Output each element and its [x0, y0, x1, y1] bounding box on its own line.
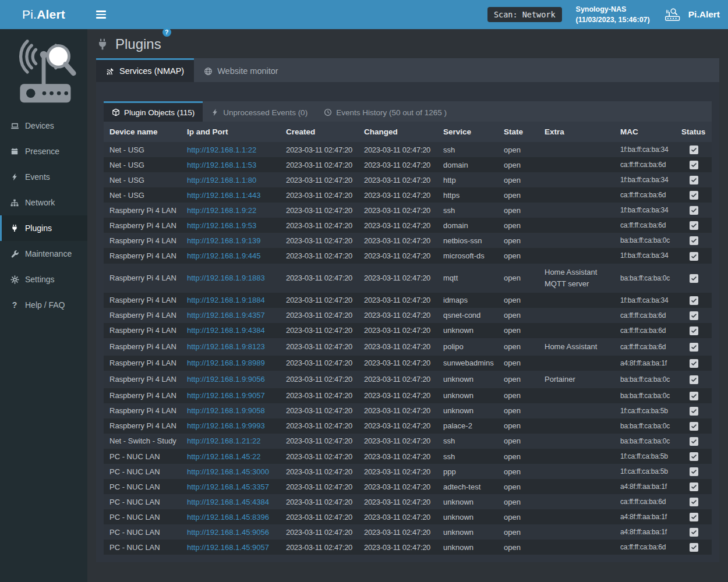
app-menu[interactable]: Pi.Alert [664, 8, 720, 22]
created-cell: 2023-03-11 02:47:20 [280, 233, 358, 248]
sidebar-item-network[interactable]: Network [0, 190, 87, 215]
tab-services-nmap[interactable]: Services (NMAP) [96, 58, 194, 82]
status-cell [676, 449, 712, 464]
extra-cell [539, 218, 614, 233]
column-header-created: Created [280, 122, 358, 142]
help-badge[interactable]: ? [162, 28, 171, 37]
subtab-unprocessed-events-0[interactable]: Unprocessed Events (0) [203, 101, 316, 122]
ip-port-link[interactable]: http://192.168.1.9:8123 [187, 342, 265, 351]
column-header-mac: MAC [614, 122, 676, 142]
router-magnifier-logo-icon [6, 36, 81, 107]
ip-port-link[interactable]: http://192.168.1.45:9056 [187, 528, 269, 537]
ip-port-link[interactable]: http://192.168.1.45:3000 [187, 467, 269, 476]
status-checkbox[interactable] [690, 327, 698, 335]
status-checkbox[interactable] [690, 176, 698, 184]
status-checkbox[interactable] [690, 498, 698, 506]
ip-port-cell: http://192.168.1.9:4357 [181, 308, 280, 323]
ip-port-link[interactable]: http://192.168.1.45:3357 [187, 482, 269, 491]
ip-port-link[interactable]: http://192.168.1.9:8989 [187, 359, 265, 367]
ip-port-link[interactable]: http://192.168.1.9:9058 [187, 406, 265, 415]
subtab-icon [211, 108, 219, 116]
status-checkbox[interactable] [690, 311, 698, 320]
status-checkbox[interactable] [690, 252, 698, 261]
sidebar-item-settings[interactable]: Settings [0, 267, 87, 292]
status-checkbox[interactable] [690, 359, 698, 368]
ip-port-link[interactable]: http://192.168.1.1:443 [187, 191, 261, 200]
state-cell: open [498, 264, 539, 293]
status-checkbox[interactable] [690, 146, 698, 154]
subtab-events-history-50-out-of-1265[interactable]: Events History (50 out of 1265 ) [316, 101, 455, 122]
status-checkbox[interactable] [690, 467, 698, 476]
column-header-service: Service [437, 122, 498, 142]
status-checkbox[interactable] [690, 513, 698, 521]
status-checkbox[interactable] [690, 274, 698, 283]
ip-port-link[interactable]: http://192.168.1.9:4357 [187, 311, 265, 320]
ip-port-link[interactable]: http://192.168.1.1:80 [187, 176, 256, 184]
status-checkbox[interactable] [690, 161, 698, 169]
ip-port-link[interactable]: http://192.168.1.9:22 [187, 206, 256, 215]
ip-port-link[interactable]: http://192.168.1.45:9057 [187, 543, 269, 552]
created-cell: 2023-03-11 02:47:20 [280, 434, 358, 449]
ip-port-link[interactable]: http://192.168.1.9:139 [187, 236, 261, 245]
status-checkbox[interactable] [690, 482, 698, 491]
brand-logo[interactable]: Pi.Alert [0, 0, 87, 29]
sidebar-item-presence[interactable]: Presence [0, 139, 87, 164]
status-checkbox[interactable] [690, 206, 698, 215]
status-checkbox[interactable] [690, 452, 698, 461]
ip-port-cell: http://192.168.1.45:22 [181, 449, 280, 464]
ip-port-link[interactable]: http://192.168.1.45:4384 [187, 498, 269, 506]
ip-port-link[interactable]: http://192.168.1.21:22 [187, 436, 261, 445]
state-cell: open [498, 172, 539, 187]
service-cell: polipo [437, 338, 498, 356]
status-checkbox[interactable] [690, 343, 698, 352]
sidebar-item-label: Events [25, 172, 50, 182]
created-cell: 2023-03-11 02:47:20 [280, 172, 358, 187]
subtab-plugin-objects-115[interactable]: Plugin Objects (115) [104, 101, 203, 122]
status-checkbox[interactable] [690, 392, 698, 400]
ip-port-link[interactable]: http://192.168.1.9:53 [187, 221, 256, 230]
ip-port-link[interactable]: http://192.168.1.1:53 [187, 161, 256, 169]
table-row: Raspberry Pi 4 LAN http://192.168.1.9:43… [104, 308, 712, 323]
host-name: Synology-NAS [576, 4, 650, 15]
ip-port-cell: http://192.168.1.45:8396 [181, 509, 280, 524]
device-name-cell: PC - NUC LAN [104, 524, 181, 540]
status-checkbox[interactable] [690, 375, 698, 384]
status-cell [676, 388, 712, 403]
sidebar-item-plugins[interactable]: Plugins [0, 215, 87, 241]
changed-cell: 2023-03-11 02:47:20 [358, 509, 437, 524]
ip-port-link[interactable]: http://192.168.1.1:22 [187, 146, 256, 154]
ip-port-link[interactable]: http://192.168.1.45:8396 [187, 513, 269, 521]
ip-port-link[interactable]: http://192.168.1.9:9993 [187, 421, 265, 430]
ip-port-link[interactable]: http://192.168.1.9:4384 [187, 326, 265, 335]
ip-port-link[interactable]: http://192.168.1.9:1883 [187, 274, 265, 282]
status-checkbox[interactable] [690, 236, 698, 245]
sidebar-menu: Devices Presence Events Network Plugins … [0, 113, 87, 318]
status-checkbox[interactable] [690, 191, 698, 200]
status-checkbox[interactable] [690, 221, 698, 230]
subtab-label: Unprocessed Events (0) [223, 108, 308, 117]
ip-port-link[interactable]: http://192.168.1.9:1884 [187, 296, 265, 304]
sidebar-item-events[interactable]: Events [0, 164, 87, 190]
sidebar-toggle-button[interactable] [87, 0, 114, 29]
status-checkbox[interactable] [690, 407, 698, 416]
tab-website-monitor[interactable]: Website monitor [194, 58, 288, 82]
sidebar-item-help-faq[interactable]: ? Help / FAQ [0, 292, 87, 318]
status-checkbox[interactable] [690, 528, 698, 537]
changed-cell: 2023-03-11 02:47:20 [358, 264, 437, 293]
ip-port-link[interactable]: http://192.168.1.9:445 [187, 251, 261, 260]
sidebar-item-maintenance[interactable]: Maintenance [0, 241, 87, 267]
ip-port-link[interactable]: http://192.168.1.9:9057 [187, 391, 265, 400]
sidebar-item-devices[interactable]: Devices [0, 113, 87, 139]
status-checkbox[interactable] [690, 296, 698, 305]
status-checkbox[interactable] [690, 543, 698, 552]
changed-cell: 2023-03-11 02:47:20 [358, 157, 437, 172]
status-checkbox[interactable] [690, 422, 698, 431]
changed-cell: 2023-03-11 02:47:20 [358, 464, 437, 479]
device-name-cell: PC - NUC LAN [104, 479, 181, 494]
ip-port-link[interactable]: http://192.168.1.9:9056 [187, 375, 265, 384]
menu-icon [9, 198, 20, 207]
status-checkbox[interactable] [690, 437, 698, 446]
created-cell: 2023-03-11 02:47:20 [280, 308, 358, 323]
state-cell: open [498, 388, 539, 403]
ip-port-link[interactable]: http://192.168.1.45:22 [187, 452, 261, 461]
